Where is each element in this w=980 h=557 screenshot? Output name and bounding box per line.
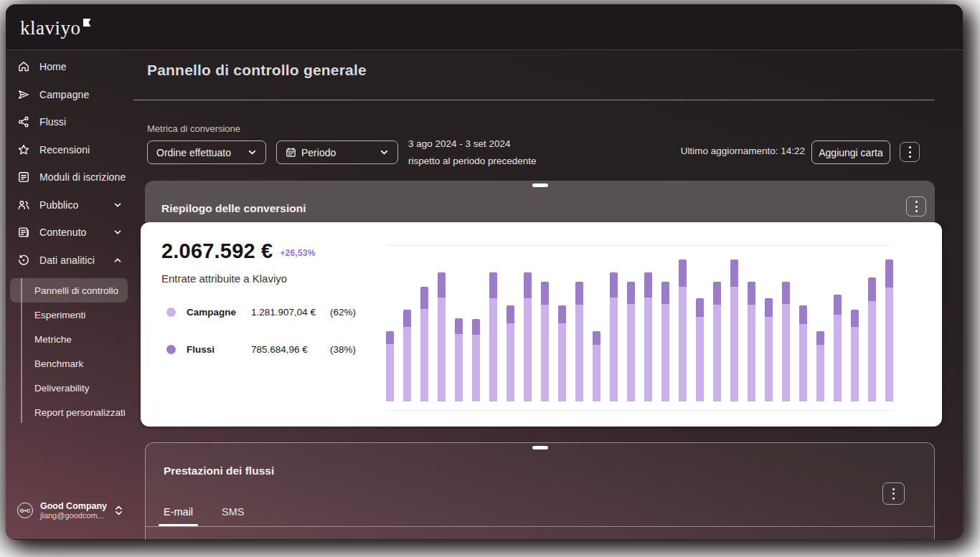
title-divider xyxy=(133,100,934,100)
sidebar-item-pubblico[interactable]: Pubblico xyxy=(6,191,133,219)
bar xyxy=(593,331,600,401)
legend-value: 785.684,96 € xyxy=(251,344,330,355)
bar xyxy=(730,260,738,401)
form-icon xyxy=(17,171,30,184)
bar xyxy=(885,260,893,401)
date-range: 3 ago 2024 - 3 set 2024 xyxy=(408,135,537,153)
sidebar-item-dati-analitici[interactable]: Dati analitici xyxy=(6,247,133,275)
drag-handle[interactable] xyxy=(532,446,548,449)
sidebar-item-label: Moduli di iscrizione xyxy=(39,171,133,183)
bar xyxy=(816,331,824,401)
bar xyxy=(438,272,446,401)
tab-email[interactable]: E-mail xyxy=(159,498,198,526)
sidebar-subitem-metriche[interactable]: Metriche xyxy=(10,327,128,351)
bar xyxy=(644,272,652,401)
people-icon xyxy=(17,199,30,211)
conversion-metric-dropdown[interactable]: Ordine effettuato xyxy=(147,141,266,164)
sidebar-subitem-report-personalizzati[interactable]: Report personalizzati xyxy=(10,400,128,424)
legend-row-campagne: Campagne 1.281.907,04 € (62%) xyxy=(166,307,356,318)
bar xyxy=(851,310,859,401)
sidebar-item-label: Flussi xyxy=(39,116,133,128)
last-updated: Ultimo aggiornamento: 14:22 xyxy=(680,146,805,156)
date-compare: rispetto al periodo precedente xyxy=(408,153,537,170)
campagne-dot-icon xyxy=(166,308,176,317)
sidebar: Home Campagne Flussi xyxy=(6,50,133,539)
chevron-down-icon xyxy=(113,201,122,209)
app-window: klaviyo Home xyxy=(6,4,963,540)
revenue-subtitle: Entrate attribuite a Klaviyo xyxy=(161,272,287,285)
account-switcher[interactable]: G+C Good Company jlang@goodcom... xyxy=(6,501,133,539)
flows-card-kebab-button[interactable] xyxy=(882,482,905,505)
bar xyxy=(713,282,721,401)
sidebar-item-label: Campagne xyxy=(39,89,133,100)
flows-card: Prestazioni dei flussi E-mail SMS xyxy=(145,442,935,540)
bar xyxy=(403,310,411,401)
conversion-card-header: Riepilogo delle conversioni xyxy=(145,181,935,222)
calendar-icon xyxy=(286,147,296,158)
period-dropdown[interactable]: Periodo xyxy=(276,141,398,164)
conversion-card-kebab-button[interactable] xyxy=(906,196,926,216)
total-revenue: 2.067.592 €+26,53% xyxy=(161,239,316,263)
page-title: Pannello di controllo generale xyxy=(147,62,367,79)
sidebar-item-label: Home xyxy=(39,61,133,72)
sidebar-item-contenuto[interactable]: Contenuto xyxy=(6,219,133,247)
sidebar-item-flussi[interactable]: Flussi xyxy=(6,108,133,136)
sidebar-item-campagne[interactable]: Campagne xyxy=(6,81,133,109)
legend-name: Flussi xyxy=(187,344,251,355)
sidebar-subitem-deliverability[interactable]: Deliverability xyxy=(10,376,128,400)
drag-handle[interactable] xyxy=(532,184,548,187)
sidebar-item-recensioni[interactable]: Recensioni xyxy=(6,136,133,164)
bar xyxy=(748,282,755,401)
bar xyxy=(765,298,773,401)
page: klaviyo Home xyxy=(0,0,980,557)
subitem-label: Metriche xyxy=(34,334,72,345)
share-nodes-icon xyxy=(17,115,30,128)
metric-label: Metrica di conversione xyxy=(147,123,240,134)
bar xyxy=(489,272,497,401)
sidebar-subitem-pannelli-di-controllo[interactable]: Pannelli di controllo xyxy=(10,278,128,303)
dashboard-kebab-menu-button[interactable] xyxy=(900,142,920,162)
chevron-updown-icon xyxy=(114,505,123,516)
tab-sms[interactable]: SMS xyxy=(217,498,249,526)
flows-tabs: E-mail SMS xyxy=(159,498,268,526)
sidebar-item-home[interactable]: Home xyxy=(6,53,133,81)
analytics-subnav: Pannelli di controllo Esperimenti Metric… xyxy=(6,278,133,424)
subitem-label: Report personalizzati xyxy=(34,407,126,418)
bar xyxy=(386,331,394,401)
bar xyxy=(610,272,618,401)
bar xyxy=(541,282,549,401)
subitem-label: Pannelli di controllo xyxy=(34,285,118,296)
bar xyxy=(834,295,842,401)
sidebar-nav: Home Campagne Flussi xyxy=(6,50,133,424)
avatar: G+C xyxy=(17,503,33,518)
subitem-label: Deliverability xyxy=(34,383,90,394)
add-card-button[interactable]: Aggiungi carta xyxy=(811,141,890,164)
klaviyo-logo[interactable]: klaviyo xyxy=(20,17,81,39)
sidebar-item-moduli-di-iscrizione[interactable]: Moduli di iscrizione xyxy=(6,163,133,191)
avatar-initials: G+C xyxy=(20,508,31,513)
legend-percent: (38%) xyxy=(330,344,356,355)
bar xyxy=(696,298,704,401)
sidebar-subitem-benchmark[interactable]: Benchmark xyxy=(10,351,128,376)
bar xyxy=(782,282,790,401)
bar xyxy=(679,260,687,401)
chevron-down-icon xyxy=(380,148,389,157)
sidebar-item-label: Dati analitici xyxy=(39,254,113,266)
conversion-card-title: Riepilogo delle conversioni xyxy=(161,202,306,215)
bar xyxy=(627,282,635,401)
flows-card-title: Prestazioni dei flussi xyxy=(164,465,274,477)
main-content: Pannello di controllo generale Metrica d… xyxy=(133,50,963,539)
tab-label: E-mail xyxy=(164,506,193,518)
bar xyxy=(420,287,428,401)
bar xyxy=(472,319,480,401)
dropdown-value: Ordine effettuato xyxy=(156,147,242,158)
bar xyxy=(868,277,876,401)
account-email: jlang@goodcom... xyxy=(40,511,107,520)
content-icon xyxy=(17,226,30,239)
sidebar-item-label: Contenuto xyxy=(39,227,113,238)
sidebar-subitem-esperimenti[interactable]: Esperimenti xyxy=(10,303,128,327)
chevron-down-icon xyxy=(248,148,257,157)
subitem-label: Benchmark xyxy=(34,358,83,369)
chevron-up-icon xyxy=(113,256,122,265)
subitem-label: Esperimenti xyxy=(34,310,85,320)
